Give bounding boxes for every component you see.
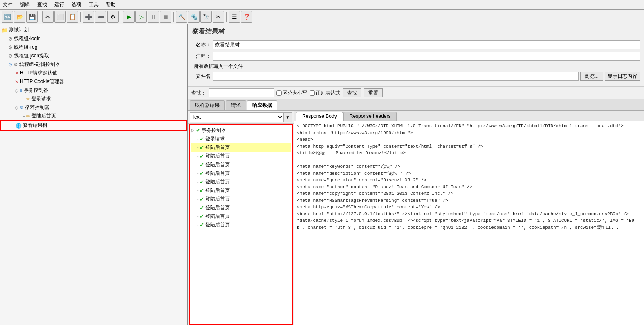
menu-tools[interactable]: 工具 [88,1,100,9]
config-button[interactable]: ⚙ [107,11,119,23]
tool1-button[interactable]: 🔨 [176,11,187,23]
response-headers-tab[interactable]: Response headers [343,112,397,121]
paste-button[interactable]: 📋 [67,11,78,23]
result-tree-item-home-6[interactable]: ├ ✔ 登陆后首页 [191,195,291,203]
list-button[interactable]: ☰ [229,11,240,23]
menu-edit[interactable]: 编辑 [19,1,31,9]
result-tree-item-home-1[interactable]: ├ ✔ 登陆后首页 [191,152,291,160]
comment-input[interactable] [213,52,640,61]
form-area: 察看结果树 名称： 注释： 所有数据写入一个文件 文件名 浏览... 显示日志内… [188,24,644,87]
tree-item-home-req[interactable]: └ ✏ 登陆后首页 [0,112,187,120]
result-item-label: 登陆后首页 [205,196,230,203]
result-item-label: 登陆后首页 [205,153,230,160]
new-button[interactable]: 🆕 [2,11,13,23]
main-layout: 📁 测试计划 ⚙ 线程组-login ⚙ 线程组-reg ⚙ 线程组-json提… [0,24,644,325]
cut-button[interactable]: ✂ [42,11,54,23]
result-tree-item-home-0[interactable]: ├ ✔ 登陆后首页 [191,143,291,152]
menu-run[interactable]: 运行 [53,1,65,9]
toolbar: 🆕 📂 💾 ✂ ⬜ 📋 ➕ ➖ ⚙ ▶ ▷ ⏸ ⏹ 🔨 🔩 🔭 ✂ ☰ ❓ [0,10,644,24]
dropdown-arrow-button[interactable]: ▼ [284,112,292,122]
gear-icon: ⚙ [13,62,18,68]
search-label: 查找： [191,90,206,97]
text-format-select[interactable]: Text HTML JSON XML Binary [190,112,284,122]
case-sensitive-text: 区分大小写 [283,90,307,97]
tree-item-login[interactable]: ⚙ 线程组-login [0,34,187,43]
menu-options[interactable]: 选项 [70,1,83,9]
result-tree-item-home-8[interactable]: ├ ✔ 登陆后首页 [191,212,291,221]
result-tree-item-home-3[interactable]: ├ ✔ 登陆后首页 [191,169,291,178]
open-button[interactable]: 📂 [14,11,25,23]
tree-item-transaction[interactable]: ◇ ≡ 事务控制器 [0,86,187,95]
menu-help[interactable]: 帮助 [105,1,117,9]
connector: └ [21,113,25,119]
connector-icon: ├ [195,154,198,158]
result-item-label: 登陆后首页 [205,144,230,151]
result-tree-item-home-9[interactable]: └ ✔ 登陆后首页 [191,221,291,229]
result-tree-item-home-5[interactable]: ├ ✔ 登陆后首页 [191,186,291,195]
regex-checkbox[interactable] [310,90,315,96]
cut2-button[interactable]: ✂ [213,11,224,23]
tree-item-http-default[interactable]: ✕ HTTP请求默认值 [0,69,187,77]
tree-item-loop[interactable]: ◇ ↻ 循环控制器 [0,103,187,112]
tab-response-data[interactable]: 响应数据 [247,100,277,110]
connector-icon: ├ [195,162,198,167]
save-button[interactable]: 💾 [26,11,38,23]
help-button[interactable]: ❓ [241,11,252,23]
check-icon: ✔ [200,170,204,176]
result-tree-item-home-7[interactable]: ├ ✔ 登陆后首页 [191,203,291,212]
case-sensitive-label[interactable]: 区分大小写 [276,90,307,97]
tree-item-result-viewer[interactable]: 🌐 察看结果树 [0,120,187,131]
name-input[interactable] [213,40,640,49]
stop-button[interactable]: ⏹ [160,11,171,23]
tree-item-plan[interactable]: 📁 测试计划 [0,26,187,34]
file-section-label: 所有数据写入一个文件 [192,63,640,70]
result-tree-item-transaction[interactable]: ▷ ✔ 事务控制器 [191,126,291,135]
pause-button[interactable]: ⏸ [148,11,159,23]
result-content: Text HTML JSON XML Binary ▼ ▷ ✔ 事务控制器 [188,111,644,325]
folder-icon: 📁 [2,27,8,33]
file-input[interactable] [213,72,579,81]
browse-button[interactable]: 浏览... [580,72,603,81]
check-icon: ✔ [196,127,200,133]
tab-request[interactable]: 请求 [226,100,246,110]
result-tree-item-home-4[interactable]: ├ ✔ 登陆后首页 [191,178,291,186]
response-body[interactable]: <!DOCTYPE html PUBLIC "-//W3C//DTD XHTML… [294,121,644,325]
result-tree-item-home-2[interactable]: ├ ✔ 登陆后首页 [191,160,291,169]
tool2-button[interactable]: 🔩 [188,11,200,23]
right-panel: 察看结果树 名称： 注释： 所有数据写入一个文件 文件名 浏览... 显示日志内… [188,24,644,325]
tree-item-logic[interactable]: ⊙ ⚙ 线程组-逻辑控制器 [0,60,187,69]
tree-item-reg[interactable]: ⚙ 线程组-reg [0,43,187,52]
search-button[interactable]: 查找 [343,88,361,97]
menu-find[interactable]: 查找 [36,1,48,9]
copy-button[interactable]: ⬜ [54,11,66,23]
check-icon: ✔ [200,136,204,142]
result-item-label: 登陆后首页 [205,221,230,228]
search-input[interactable] [209,88,274,97]
name-row: 名称： [192,40,640,49]
response-body-tab[interactable]: Response Body [296,112,343,121]
gear-icon: ⚙ [8,53,13,59]
remove-button[interactable]: ➖ [95,11,106,23]
file-row: 文件名 浏览... 显示日志内容 [192,72,640,81]
tree-item-json[interactable]: ⚙ 线程组-json提取 [0,52,187,60]
viewer-icon: 🌐 [16,123,22,129]
tree-label: 线程组-login [14,35,40,42]
tree-item-login-req[interactable]: └ ✏ 登录请求 [0,95,187,103]
top-tabs: 取样器结果 请求 响应数据 [188,99,644,111]
case-sensitive-checkbox[interactable] [276,90,282,96]
display-log-button[interactable]: 显示日志内容 [605,72,640,81]
result-item-label: 登陆后首页 [205,187,230,194]
reset-button[interactable]: 重置 [364,88,383,97]
result-tree-item-login-req[interactable]: └ ✔ 登录请求 [191,135,291,143]
run-step-button[interactable]: ▷ [135,11,147,23]
remote-button[interactable]: 🔭 [200,11,212,23]
tree-item-cookie[interactable]: ✕ HTTP Cookie管理器 [0,77,187,86]
regex-label[interactable]: 正则表达式 [310,90,340,97]
run-button[interactable]: ▶ [123,11,135,23]
menu-file[interactable]: 文件 [2,1,14,9]
comment-row: 注释： [192,52,640,61]
tab-sampler-result[interactable]: 取样器结果 [190,100,225,110]
check-icon: ✔ [200,153,204,159]
separator-2 [80,12,81,22]
add-button[interactable]: ➕ [83,11,94,23]
